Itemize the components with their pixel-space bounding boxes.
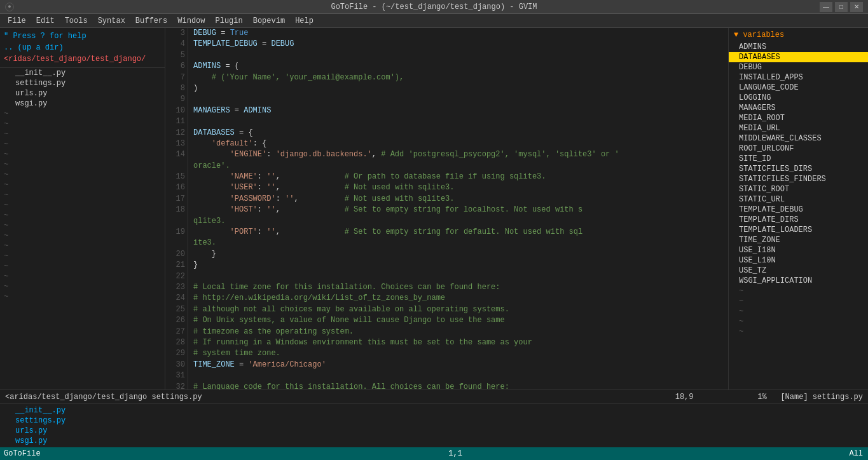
variable-item[interactable]: LOGGING (729, 93, 868, 103)
cmdline-position: 1,1 (448, 449, 462, 458)
variable-item[interactable]: TEMPLATE_DEBUG (729, 205, 868, 215)
line-number: 4 (168, 39, 185, 50)
code-line: # http://en.wikipedia.org/wiki/List_of_t… (193, 293, 723, 304)
sidebar-empty-line: ~ (0, 210, 165, 220)
variable-item[interactable]: MANAGERS (729, 103, 868, 113)
variable-item[interactable]: MEDIA_ROOT (729, 113, 868, 123)
line-number: 23 (168, 282, 185, 293)
sidebar-empty-line: ~ (0, 139, 165, 149)
variable-item[interactable]: WSGI_APPLICATION (729, 276, 868, 286)
line-number: 32 (168, 382, 185, 390)
menu-item-bopevim[interactable]: Bopevim (248, 15, 290, 27)
line-number: 5 (168, 50, 185, 61)
menu-item-help[interactable]: Help (290, 15, 319, 27)
sidebar-empty-line: ~ (0, 170, 165, 180)
code-line: # system time zone. (193, 348, 723, 359)
line-number: 19 (168, 227, 185, 238)
variable-item[interactable]: DEBUG (729, 62, 868, 72)
code-line (193, 94, 723, 105)
code-editor: 3456789101112131415161718192021222324252… (165, 28, 728, 389)
variable-item[interactable]: INSTALLED_APPS (729, 72, 868, 83)
code-line: # timezone as the operating system. (193, 327, 723, 337)
code-line: oracle'. (193, 161, 723, 172)
sidebar-empty-line: ~ (0, 200, 165, 210)
variables-empty-line: ~ (729, 296, 868, 306)
variables-empty-line: ~ (729, 327, 868, 337)
code-line: TEMPLATE_DEBUG = DEBUG (193, 39, 723, 50)
code-content[interactable]: DEBUG = TrueTEMPLATE_DEBUG = DEBUG ADMIN… (188, 28, 728, 389)
variables-empty-line: ~ (729, 316, 868, 327)
menubar: FileEditToolsSyntaxBuffersWindowPluginBo… (0, 14, 868, 28)
sidebar-file[interactable]: urls.py (0, 88, 165, 98)
menu-item-plugin[interactable]: Plugin (210, 15, 248, 27)
variable-item[interactable]: TIME_ZONE (729, 235, 868, 245)
variables-empty-line: ~ (729, 306, 868, 316)
up-directory[interactable]: .. (up a dir) (4, 42, 161, 53)
variable-item[interactable]: STATIC_URL (729, 194, 868, 205)
bottom-file-list: __init__.pysettings.pyurls.pywsgi.py (0, 404, 868, 447)
variable-item[interactable]: STATICFILES_FINDERS (729, 174, 868, 184)
help-text: " Press ? for help (4, 30, 161, 42)
variable-item[interactable]: MEDIA_URL (729, 123, 868, 133)
line-number: 11 (168, 116, 185, 127)
variable-item[interactable]: USE_TZ (729, 266, 868, 276)
bottom-file-item[interactable]: wsgi.py (0, 436, 868, 446)
menu-item-edit[interactable]: Edit (31, 15, 60, 27)
variable-item[interactable]: USE_I18N (729, 245, 868, 255)
titlebar-controls[interactable]: — □ ✕ (820, 2, 863, 12)
code-line: DATABASES = { (193, 128, 723, 139)
scroll-percent: 1% (757, 393, 766, 402)
file-explorer-sidebar: " Press ? for help .. (up a dir) <ridas/… (0, 28, 165, 389)
line-number: 30 (168, 360, 185, 370)
code-line: 'HOST': '', # Set to empty string for lo… (193, 205, 723, 215)
line-number: 15 (168, 172, 185, 182)
variable-item[interactable]: LANGUAGE_CODE (729, 83, 868, 93)
code-line: MANAGERS = ADMINS (193, 105, 723, 116)
menu-item-file[interactable]: File (3, 15, 31, 27)
bottom-file-item[interactable]: urls.py (0, 426, 868, 436)
status-bar: <aridas/test_django/test_django settings… (0, 389, 868, 403)
variable-item[interactable]: MIDDLEWARE_CLASSES (729, 133, 868, 144)
code-line: # If running in a Windows environment th… (193, 337, 723, 348)
sidebar-header: " Press ? for help .. (up a dir) <ridas/… (0, 28, 165, 68)
line-number: 29 (168, 348, 185, 359)
code-line: qlite3. (193, 216, 723, 227)
minimize-button[interactable]: — (820, 2, 832, 12)
variable-item[interactable]: TEMPLATE_DIRS (729, 215, 868, 225)
line-number: 9 (168, 94, 185, 105)
main-content: " Press ? for help .. (up a dir) <ridas/… (0, 28, 868, 389)
bottom-file-item[interactable]: __init__.py (0, 405, 868, 416)
menu-item-syntax[interactable]: Syntax (93, 15, 130, 27)
line-number: 27 (168, 327, 185, 337)
variable-item[interactable]: TEMPLATE_LOADERS (729, 225, 868, 235)
variable-item[interactable]: USE_L10N (729, 255, 868, 266)
sidebar-file[interactable]: settings.py (0, 78, 165, 88)
command-line-bar: GoToFile 1,1 All (0, 447, 868, 460)
variable-item[interactable]: ADMINS (729, 42, 868, 52)
maximize-button[interactable]: □ (835, 2, 848, 12)
statusbar-path: <aridas/test_django/test_django settings… (5, 393, 675, 402)
variable-item[interactable]: STATICFILES_DIRS (729, 164, 868, 174)
menu-item-tools[interactable]: Tools (60, 15, 93, 27)
menu-item-window[interactable]: Window (172, 15, 210, 27)
bottom-file-item[interactable]: settings.py (0, 416, 868, 426)
cursor-position: 18,9 (675, 393, 694, 402)
line-number: 20 (168, 249, 185, 260)
sidebar-empty-line: ~ (0, 292, 165, 302)
variable-item[interactable]: SITE_ID (729, 154, 868, 164)
code-line: 'PASSWORD': '', # Not used with sqlite3. (193, 194, 723, 205)
line-number: 16 (168, 182, 185, 193)
app-icon: ● (5, 3, 14, 11)
variable-item[interactable]: STATIC_ROOT (729, 184, 868, 194)
code-line (193, 50, 723, 61)
variable-item[interactable]: ROOT_URLCONF (729, 144, 868, 154)
close-button[interactable]: ✕ (850, 2, 863, 12)
sidebar-file[interactable]: wsgi.py (0, 98, 165, 109)
menu-item-buffers[interactable]: Buffers (130, 15, 172, 27)
line-number: 7 (168, 72, 185, 83)
sidebar-file-list: __init__.pysettings.pyurls.pywsgi.py (0, 68, 165, 109)
code-line: ite3. (193, 238, 723, 248)
variable-item[interactable]: DATABASES (729, 52, 868, 62)
sidebar-file[interactable]: __init__.py (0, 68, 165, 78)
variables-panel: ▼ variables ADMINSDATABASESDEBUGINSTALLE… (728, 28, 868, 389)
